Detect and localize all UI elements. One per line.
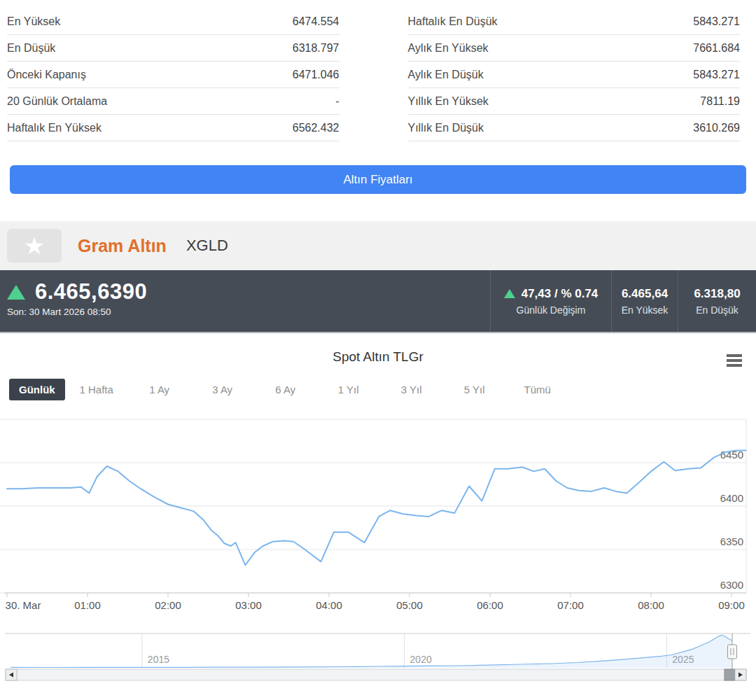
stat-value: 6471.046 — [293, 69, 340, 81]
stat-label: Yıllık En Düşük — [408, 122, 484, 134]
range-tab-günlük[interactable]: Günlük — [9, 379, 65, 400]
stat-row-right-3: Yıllık En Yüksek7811.19 — [408, 88, 741, 115]
day-low-cell: 6.318,80 En Düşük — [678, 270, 756, 332]
stat-value: 5843.271 — [693, 69, 740, 81]
stat-label: Haftalık En Düşük — [408, 15, 498, 28]
svg-text:03:00: 03:00 — [235, 599, 262, 611]
range-tab-3-ay[interactable]: 3 Ay — [191, 384, 254, 396]
price-chart: 645064006350630030. Mar01:0002:0003:0004… — [0, 407, 756, 696]
scrollbar-right-arrow[interactable] — [735, 669, 746, 680]
svg-text:05:00: 05:00 — [396, 599, 423, 611]
day-high-label: En Yüksek — [622, 304, 668, 316]
hamburger-menu-icon[interactable] — [727, 354, 742, 369]
day-low-label: En Düşük — [696, 304, 738, 316]
stat-row-right-4: Yıllık En Düşük3610.269 — [408, 115, 741, 141]
day-high-value: 6.465,64 — [622, 287, 668, 301]
up-arrow-icon — [504, 289, 515, 298]
navigator-year-label: 2015 — [148, 654, 169, 665]
range-tab-tümü[interactable]: Tümü — [506, 384, 569, 396]
scrollbar-left-arrow[interactable] — [6, 669, 17, 680]
svg-text:08:00: 08:00 — [638, 599, 664, 611]
range-tab-3-yıl[interactable]: 3 Yıl — [380, 384, 443, 396]
star-icon: ★ — [24, 234, 45, 258]
svg-text:04:00: 04:00 — [316, 599, 342, 611]
stat-label: Yıllık En Yüksek — [408, 95, 489, 108]
stat-row-left-2: Önceki Kapanış6471.046 — [7, 62, 340, 88]
quote-main: 6.465,6390 Son: 30 Mart 2026 08:50 — [0, 270, 490, 332]
stat-value: 3610.269 — [693, 122, 740, 134]
svg-text:01:00: 01:00 — [74, 599, 101, 611]
stats-tables: En Yüksek6474.554En Düşük6318.797Önceki … — [0, 0, 756, 141]
svg-text:06:00: 06:00 — [477, 599, 503, 611]
svg-text:6400: 6400 — [720, 492, 743, 504]
stat-row-right-0: Haftalık En Düşük5843.271 — [408, 8, 741, 35]
grid-lines — [0, 419, 746, 593]
stat-label: Önceki Kapanış — [7, 69, 86, 81]
svg-text:09:00: 09:00 — [718, 599, 745, 611]
stat-value: - — [335, 95, 339, 108]
range-tab-6-ay[interactable]: 6 Ay — [254, 384, 317, 396]
day-high-cell: 6.465,64 En Yüksek — [611, 270, 678, 332]
navigator-year-label: 2020 — [410, 654, 432, 665]
stat-value: 7661.684 — [693, 42, 740, 55]
stat-row-left-4: Haftalık En Yüksek6562.432 — [7, 115, 340, 141]
svg-text:6350: 6350 — [720, 536, 743, 547]
stat-value: 6318.797 — [293, 42, 340, 55]
stat-value: 7811.19 — [700, 95, 740, 108]
last-price: 6.465,6390 — [35, 279, 147, 304]
gold-prices-button[interactable]: Altın Fiyatları — [10, 165, 746, 194]
stats-column-right: Haftalık En Düşük5843.271Aylık En Yüksek… — [408, 8, 741, 141]
stat-row-left-1: En Düşük6318.797 — [7, 35, 340, 62]
scrollbar-thumb[interactable] — [724, 669, 735, 680]
stat-label: En Yüksek — [7, 15, 60, 28]
price-line-series — [7, 451, 746, 566]
stat-value: 6562.432 — [293, 122, 340, 134]
last-update-time: Son: 30 Mart 2026 08:50 — [7, 307, 490, 317]
stat-label: 20 Günlük Ortalama — [7, 95, 107, 108]
instrument-name: Gram Altın — [78, 236, 167, 256]
chart-scrollbar[interactable] — [6, 669, 746, 680]
range-tab-1-yıl[interactable]: 1 Yıl — [317, 384, 380, 396]
day-low-value: 6.318,80 — [694, 287, 740, 301]
svg-text:02:00: 02:00 — [155, 599, 181, 611]
y-axis-labels: 6450640063506300 — [720, 449, 743, 591]
stat-row-right-2: Aylık En Düşük5843.271 — [408, 62, 741, 88]
range-tabs: Günlük1 Hafta1 Ay3 Ay6 Ay1 Yıl3 Yıl5 Yıl… — [9, 379, 756, 400]
stat-row-right-1: Aylık En Yüksek7661.684 — [408, 35, 741, 62]
navigator-handle[interactable] — [728, 645, 737, 659]
daily-change-cell: 47,43 / % 0.74 Günlük Değişim — [490, 270, 611, 332]
up-arrow-icon — [7, 285, 25, 300]
range-tab-5-yıl[interactable]: 5 Yıl — [443, 384, 506, 396]
svg-text:30. Mar: 30. Mar — [6, 599, 41, 611]
stats-column-left: En Yüksek6474.554En Düşük6318.797Önceki … — [7, 8, 340, 141]
svg-text:07:00: 07:00 — [557, 599, 584, 611]
instrument-header: ★ Gram Altın XGLD — [0, 221, 756, 270]
daily-change-value: 47,43 / % 0.74 — [522, 287, 598, 301]
quote-bar: 6.465,6390 Son: 30 Mart 2026 08:50 47,43… — [0, 270, 756, 333]
range-tab-1-ay[interactable]: 1 Ay — [128, 384, 191, 396]
chart-section: Spot Altın TLGr Günlük1 Hafta1 Ay3 Ay6 A… — [0, 333, 756, 696]
stat-row-left-3: 20 Günlük Ortalama- — [7, 88, 340, 115]
chart-title: Spot Altın TLGr — [0, 333, 756, 365]
stat-value: 6474.554 — [293, 15, 340, 28]
svg-text:6300: 6300 — [720, 579, 743, 591]
stat-value: 5843.271 — [693, 15, 740, 28]
stat-label: Aylık En Yüksek — [408, 42, 489, 55]
instrument-code: XGLD — [186, 237, 228, 255]
stat-label: En Düşük — [7, 42, 55, 55]
stat-label: Aylık En Düşük — [408, 69, 484, 81]
stat-label: Haftalık En Yüksek — [7, 122, 102, 134]
daily-change-label: Günlük Değişim — [517, 304, 586, 316]
range-tab-1-hafta[interactable]: 1 Hafta — [65, 384, 128, 396]
x-axis-labels: 30. Mar01:0002:0003:0004:0005:0006:0007:… — [6, 593, 745, 611]
favorite-button[interactable]: ★ — [7, 229, 62, 262]
stat-row-left-0: En Yüksek6474.554 — [7, 8, 340, 35]
gold-prices-button-wrap: Altın Fiyatları — [0, 141, 756, 194]
navigator[interactable]: 201520202025 — [5, 634, 750, 669]
